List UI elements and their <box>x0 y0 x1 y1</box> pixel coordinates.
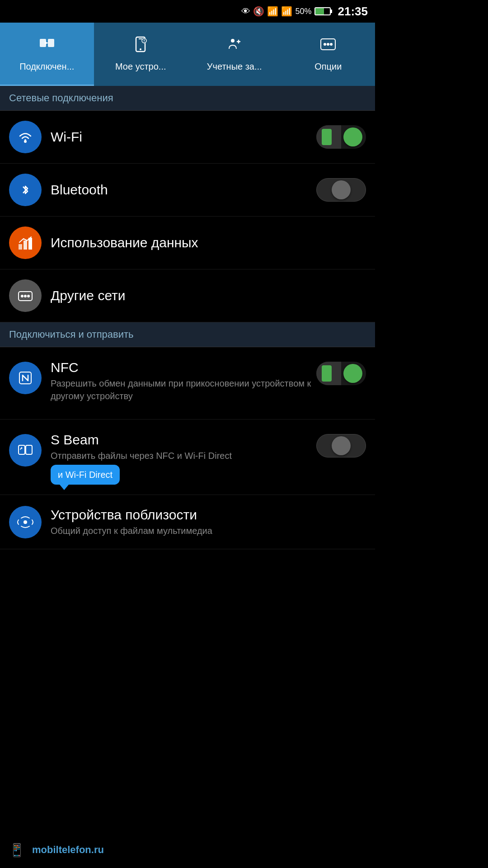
tab-connections[interactable]: Подключен... <box>0 23 94 86</box>
nearby-icon <box>9 506 42 538</box>
nearby-title: Устройства поблизости <box>51 507 366 523</box>
settings-item-datausage[interactable]: Использование данных <box>0 217 375 269</box>
svg-point-27 <box>23 520 27 524</box>
tab-mydevice[interactable]: Мое устро... <box>94 23 188 86</box>
svg-marker-3 <box>45 41 48 45</box>
signal-icon: 📶 <box>281 6 292 17</box>
settings-item-othernets[interactable]: Другие сети <box>0 269 375 322</box>
bluetooth-title: Bluetooth <box>51 182 316 198</box>
nfc-text: NFC Разрешить обмен данными при прикосно… <box>51 360 316 402</box>
datausage-text: Использование данных <box>51 235 366 250</box>
section-header-connect-send: Подключиться и отправить <box>0 322 375 347</box>
watermark-logo-text: mobiltelefon.ru <box>32 844 104 856</box>
tab-bar: Подключен... Мое устро... Учетные за... <box>0 23 375 86</box>
sbeam-text: S Beam Отправить файлы через NFC и Wi-Fi… <box>51 432 316 485</box>
status-bar: 👁 🔇 📶 📶 50% 21:35 <box>0 0 375 23</box>
tab-accounts-icon <box>225 35 244 57</box>
svg-point-15 <box>330 43 333 46</box>
sbeam-icon <box>9 434 42 467</box>
svg-rect-26 <box>26 445 32 454</box>
svg-point-11 <box>231 39 235 42</box>
svg-rect-17 <box>19 244 22 250</box>
watermark-logo-icon: 📱 <box>9 843 25 858</box>
datausage-title: Использование данных <box>51 235 366 250</box>
svg-point-5 <box>140 48 141 50</box>
battery-percent: 50% <box>295 7 311 16</box>
settings-item-bluetooth[interactable]: Bluetooth <box>0 164 375 217</box>
othernets-title: Другие сети <box>51 288 366 303</box>
bluetooth-toggle[interactable] <box>316 178 366 202</box>
tab-options-icon <box>319 35 337 57</box>
tab-accounts-label: Учетные за... <box>207 61 262 72</box>
bluetooth-icon <box>9 174 42 206</box>
nearby-subtitle: Общий доступ к файлам мультимедиа <box>51 524 366 537</box>
svg-point-23 <box>27 295 30 297</box>
data-usage-icon <box>9 226 42 259</box>
eye-icon: 👁 <box>241 6 250 17</box>
mute-icon: 🔇 <box>253 6 264 17</box>
bluetooth-text: Bluetooth <box>51 182 316 198</box>
battery-icon <box>314 7 331 15</box>
nfc-subtitle: Разрешить обмен данными при прикосновени… <box>51 377 316 402</box>
svg-rect-1 <box>48 39 54 47</box>
tab-mydevice-label: Мое устро... <box>115 61 166 72</box>
status-time: 21:35 <box>338 5 368 19</box>
nfc-toggle[interactable] <box>316 362 366 385</box>
svg-point-22 <box>24 295 27 297</box>
othernets-text: Другие сети <box>51 288 366 303</box>
settings-item-wifi[interactable]: Wi-Fi <box>0 111 375 164</box>
tab-mydevice-icon <box>131 35 150 57</box>
wifi-title: Wi-Fi <box>51 129 316 145</box>
svg-rect-25 <box>19 445 25 454</box>
settings-item-nfc[interactable]: NFC Разрешить обмен данными при прикосно… <box>0 347 375 420</box>
nfc-title: NFC <box>51 360 316 375</box>
section-header-network: Сетевые подключения <box>0 86 375 111</box>
nfc-icon <box>9 362 42 394</box>
sbeam-toggle[interactable] <box>316 434 366 458</box>
svg-point-14 <box>327 43 329 46</box>
tab-accounts[interactable]: Учетные за... <box>188 23 282 86</box>
wifi-status-icon: 📶 <box>267 6 278 17</box>
status-icons: 👁 🔇 📶 📶 50% <box>241 6 330 17</box>
tab-options-label: Опции <box>314 61 342 72</box>
nearby-text: Устройства поблизости Общий доступ к фай… <box>51 507 366 537</box>
settings-item-nearby[interactable]: Устройства поблизости Общий доступ к фай… <box>0 495 375 549</box>
tab-connections-icon <box>38 35 56 57</box>
sbeam-subtitle: Отправить файлы через NFC и Wi-Fi Direct… <box>51 449 316 485</box>
wifi-text: Wi-Fi <box>51 129 316 145</box>
other-networks-icon <box>9 279 42 312</box>
svg-rect-19 <box>28 238 32 250</box>
tab-options[interactable]: Опции <box>282 23 375 86</box>
svg-point-16 <box>24 140 27 143</box>
svg-point-21 <box>21 295 23 297</box>
svg-point-13 <box>324 43 326 46</box>
wifi-icon <box>9 121 42 153</box>
settings-item-sbeam[interactable]: S Beam Отправить файлы через NFC и Wi-Fi… <box>0 420 375 495</box>
wifi-toggle[interactable] <box>316 125 366 149</box>
watermark: 📱 mobiltelefon.ru <box>0 832 375 868</box>
tab-connections-label: Подключен... <box>19 61 74 72</box>
svg-rect-18 <box>23 241 27 250</box>
wifi-direct-tooltip: и Wi-Fi Direct <box>51 465 120 485</box>
sbeam-title: S Beam <box>51 432 316 448</box>
